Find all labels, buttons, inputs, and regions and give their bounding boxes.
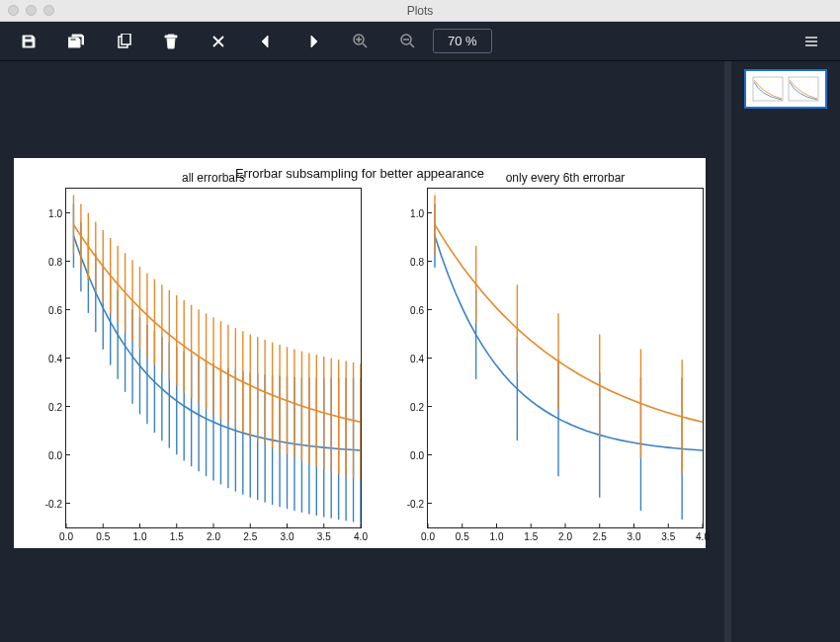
hamburger-icon — [803, 34, 819, 49]
x-tick-label: 0.5 — [96, 531, 110, 542]
zoom-out-button[interactable] — [389, 23, 427, 60]
x-tick-label: 1.0 — [490, 531, 504, 542]
subplot-right: only every 6th errorbar -0.20.00.20.40.6… — [427, 188, 704, 528]
x-tick-label: 2.5 — [593, 531, 607, 542]
copy-icon — [116, 34, 131, 49]
clear-all-icon — [210, 34, 226, 49]
plot-thumbnail[interactable] — [744, 69, 827, 109]
x-tick-label: 2.5 — [243, 531, 257, 542]
subplot-left-svg — [66, 189, 361, 527]
thumbnail-pane — [731, 61, 840, 642]
save-icon — [21, 34, 37, 49]
menu-button[interactable] — [793, 23, 830, 60]
svg-rect-1 — [122, 34, 130, 44]
zoom-level[interactable]: 70 % — [433, 29, 492, 53]
x-tick-label: 0.0 — [59, 531, 73, 542]
y-tick-label: -0.2 — [396, 498, 424, 509]
y-tick-label: 0.6 — [35, 304, 62, 315]
save-button[interactable] — [10, 23, 47, 60]
x-tick-label: 2.0 — [558, 531, 572, 542]
y-tick-label: 0.0 — [35, 449, 62, 460]
delete-button[interactable] — [152, 23, 190, 60]
y-tick-label: 0.6 — [396, 304, 424, 315]
thumbnail-svg — [749, 74, 822, 104]
y-tick-label: 0.4 — [35, 353, 62, 363]
save-all-button[interactable] — [57, 23, 95, 60]
y-tick-label: 0.4 — [396, 353, 424, 363]
arrow-left-icon — [258, 34, 274, 49]
scrollbar[interactable] — [724, 61, 731, 642]
x-tick-label: 3.5 — [661, 531, 675, 542]
plot-pane[interactable]: Errorbar subsampling for better appearan… — [0, 61, 724, 642]
subplot-title: all errorbars — [66, 171, 361, 185]
subplot-right-svg — [428, 189, 703, 527]
y-tick-label: 0.8 — [35, 256, 62, 267]
svg-rect-130 — [753, 77, 783, 101]
close-window-icon[interactable] — [8, 5, 19, 16]
subplot-left: all errorbars -0.20.00.20.40.60.81.00.00… — [65, 188, 362, 528]
x-tick-label: 0.5 — [456, 531, 469, 542]
x-tick-label: 1.5 — [524, 531, 538, 542]
x-tick-label: 3.5 — [317, 531, 331, 542]
prev-button[interactable] — [247, 23, 285, 60]
zoom-out-icon — [400, 34, 416, 49]
x-tick-label: 2.0 — [207, 531, 220, 542]
window-controls — [8, 5, 54, 16]
save-all-icon — [68, 34, 84, 49]
y-tick-label: 0.0 — [396, 449, 424, 460]
zoom-in-icon — [353, 34, 369, 49]
toolbar: 70 % — [0, 22, 840, 61]
minimize-window-icon[interactable] — [26, 5, 37, 16]
arrow-right-icon — [305, 34, 321, 49]
x-tick-label: 4.0 — [354, 531, 368, 542]
subplot-title: only every 6th errorbar — [428, 171, 703, 185]
x-tick-label: 3.0 — [281, 531, 294, 542]
y-tick-label: 0.2 — [35, 401, 62, 412]
svg-rect-131 — [789, 77, 818, 101]
content-area: Errorbar subsampling for better appearan… — [0, 61, 840, 642]
maximize-window-icon[interactable] — [43, 5, 54, 16]
y-tick-label: 1.0 — [35, 207, 62, 218]
zoom-in-button[interactable] — [342, 23, 379, 60]
x-tick-label: 4.0 — [696, 531, 710, 542]
y-tick-label: 0.8 — [396, 256, 424, 267]
clear-all-button[interactable] — [200, 23, 237, 60]
x-tick-label: 0.0 — [421, 531, 435, 542]
window-title: Plots — [0, 4, 840, 18]
next-button[interactable] — [294, 23, 332, 60]
x-tick-label: 1.5 — [170, 531, 184, 542]
y-tick-label: -0.2 — [35, 498, 62, 509]
x-tick-label: 1.0 — [133, 531, 147, 542]
y-tick-label: 0.2 — [396, 401, 424, 412]
y-tick-label: 1.0 — [396, 207, 424, 218]
copy-button[interactable] — [105, 23, 142, 60]
x-tick-label: 3.0 — [628, 531, 641, 542]
window-titlebar: Plots — [0, 0, 840, 22]
figure: Errorbar subsampling for better appearan… — [14, 158, 706, 548]
trash-icon — [163, 34, 179, 49]
